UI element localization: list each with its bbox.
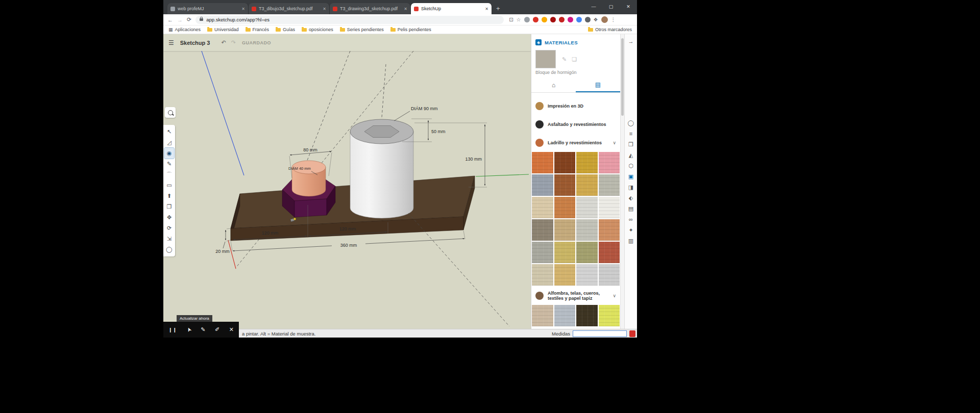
entity-info-panel-icon[interactable]: ◯: [628, 120, 634, 126]
display-panel-icon[interactable]: ◨: [628, 184, 633, 191]
offset-tool[interactable]: ❐: [164, 201, 174, 212]
pause-icon[interactable]: ❙❙: [168, 327, 177, 332]
browser-tab[interactable]: web profeMJ✕: [167, 3, 249, 14]
instructor-panel-icon[interactable]: ≡: [629, 131, 632, 137]
gray-extension-icon[interactable]: [585, 17, 591, 22]
back-icon[interactable]: ←: [167, 17, 173, 23]
push-pull-tool[interactable]: ⬆: [164, 191, 174, 201]
red-extension-icon[interactable]: [559, 17, 565, 22]
measurements-input[interactable]: [573, 330, 627, 337]
close-button[interactable]: ✕: [620, 0, 637, 13]
line-tool[interactable]: ✎: [164, 159, 174, 169]
browser-tab[interactable]: T3_dibujo3d_sketchup.pdf✕: [249, 3, 330, 14]
bookmark-item[interactable]: ▦Aplicaciones: [168, 27, 201, 32]
material-swatch[interactable]: [576, 219, 598, 241]
rotate-tool[interactable]: ⟳: [164, 223, 174, 234]
3d-viewport[interactable]: DIÁM 90 mm 50 mm 130 mm 80 mm DIÁM 40 mm: [163, 51, 531, 329]
nut-front-face[interactable]: [295, 199, 327, 217]
tab-in-model[interactable]: ⌂: [531, 78, 576, 92]
tags-panel-icon[interactable]: ⬖: [629, 195, 633, 201]
cursor-icon[interactable]: ➤: [185, 326, 193, 333]
big-cylinder[interactable]: [350, 119, 413, 218]
current-material-thumbnail[interactable]: [535, 50, 556, 68]
material-swatch[interactable]: [532, 242, 553, 263]
materials-panel-icon[interactable]: ▣: [628, 173, 633, 180]
big-cylinder-body[interactable]: [350, 132, 413, 218]
puzzle-extensions-icon[interactable]: ❖: [594, 17, 598, 22]
panel-scrollbar[interactable]: [620, 34, 624, 329]
pink-extension-icon[interactable]: [568, 17, 573, 22]
bookmark-item[interactable]: Guías: [276, 27, 295, 32]
asfaltado-category[interactable]: Asfaltado y revestimientos: [531, 115, 620, 134]
marker-icon[interactable]: ✐: [215, 326, 219, 333]
styles-panel-icon[interactable]: ◭: [629, 152, 633, 159]
reload-icon[interactable]: ⟳: [187, 16, 191, 23]
new-material-icon[interactable]: ❏: [572, 56, 577, 63]
paint-bucket-tool[interactable]: ◉: [164, 148, 174, 159]
minimize-button[interactable]: —: [585, 0, 602, 13]
outliner-panel-icon[interactable]: ▤: [628, 205, 633, 212]
orbit-tool[interactable]: ◯: [164, 244, 174, 255]
update-tooltip[interactable]: Actualizar ahora: [177, 315, 212, 322]
hamburger-menu-icon[interactable]: ☰: [168, 39, 174, 46]
url-field[interactable]: app.sketchup.com/app?hl=es: [195, 16, 504, 24]
bookmark-item[interactable]: Series pendientes: [340, 27, 384, 32]
close-overlay-icon[interactable]: ✕: [229, 326, 234, 333]
orange-extension-icon[interactable]: [542, 17, 547, 22]
material-swatch[interactable]: [554, 174, 576, 196]
bookmark-item[interactable]: Universidad: [207, 27, 239, 32]
eraser-tool[interactable]: ◿: [164, 137, 174, 148]
pencil-icon[interactable]: ✎: [201, 326, 205, 333]
new-tab-button[interactable]: +: [496, 5, 500, 12]
bookmark-star-icon[interactable]: ☆: [517, 17, 521, 22]
forward-icon[interactable]: →: [177, 17, 183, 23]
undo-icon[interactable]: ↶: [221, 39, 226, 46]
material-swatch[interactable]: [576, 152, 598, 173]
select-tool[interactable]: ↖: [164, 126, 174, 137]
material-swatch[interactable]: [599, 264, 620, 286]
shadows-panel-icon[interactable]: ✦: [628, 227, 633, 234]
material-swatch[interactable]: [599, 305, 620, 326]
adblock-extension-icon[interactable]: [533, 17, 538, 22]
material-swatch[interactable]: [599, 242, 620, 263]
alfombra-category[interactable]: Alfombra, telas, cueros, textiles y pape…: [531, 287, 620, 305]
material-swatch[interactable]: [532, 264, 553, 286]
tab-browse-materials[interactable]: ▤: [576, 78, 620, 92]
edit-material-icon[interactable]: ✎: [562, 56, 567, 63]
material-swatch[interactable]: [599, 219, 620, 241]
tab-close-icon[interactable]: ✕: [323, 7, 326, 11]
material-swatch[interactable]: [532, 305, 553, 326]
browser-tab[interactable]: T3_drawing3d_sketchup.pdf✕: [330, 3, 411, 14]
material-swatch[interactable]: [532, 152, 553, 173]
tab-close-icon[interactable]: ✕: [485, 7, 488, 11]
material-swatch[interactable]: [532, 197, 553, 218]
chevron-down-icon[interactable]: ∨: [612, 140, 616, 145]
soften-edges-panel-icon[interactable]: ∞: [629, 216, 633, 223]
bookmark-item[interactable]: Pelis pendientes: [390, 27, 431, 32]
components-panel-icon[interactable]: ❐: [628, 141, 633, 148]
browser-menu-icon[interactable]: ⋮: [611, 17, 616, 22]
share-icon[interactable]: ⊡: [509, 17, 513, 22]
material-swatch[interactable]: [599, 197, 620, 218]
material-swatch[interactable]: [554, 197, 576, 218]
arc-tool[interactable]: ⌒: [164, 169, 174, 180]
material-swatch[interactable]: [554, 242, 576, 263]
material-swatch[interactable]: [599, 152, 620, 173]
tape-measure-tool[interactable]: ⇲: [164, 234, 174, 244]
material-swatch[interactable]: [576, 174, 598, 196]
other-bookmarks[interactable]: Otros marcadores: [588, 27, 632, 32]
blue-extension-icon[interactable]: [576, 17, 582, 22]
rectangle-tool[interactable]: ▭: [164, 180, 174, 191]
search-button[interactable]: [165, 107, 176, 118]
profile-avatar[interactable]: [601, 16, 608, 23]
collapse-panel-icon[interactable]: →: [625, 38, 637, 44]
material-swatch[interactable]: [576, 197, 598, 218]
material-swatch[interactable]: [554, 219, 576, 241]
move-tool[interactable]: ✥: [164, 212, 174, 223]
tab-close-icon[interactable]: ✕: [241, 7, 245, 11]
model-info-panel-icon[interactable]: ▥: [628, 238, 633, 244]
ladrillo-category[interactable]: Ladrillo y revestimientos∨: [531, 134, 620, 152]
chevron-down-icon[interactable]: ∨: [612, 293, 616, 298]
material-swatch[interactable]: [576, 264, 598, 286]
scenes-panel-icon[interactable]: ⬡: [628, 163, 633, 169]
